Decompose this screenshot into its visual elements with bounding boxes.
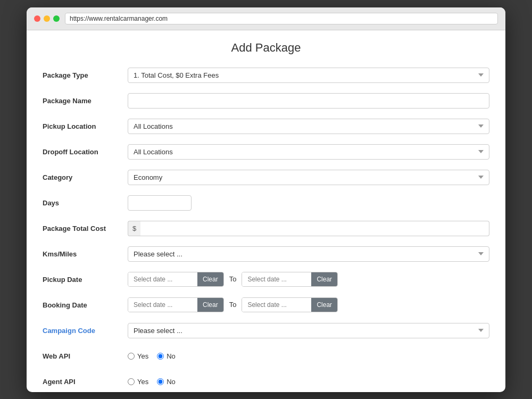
pickup-location-control: All Locations <box>128 119 489 134</box>
agent-api-no-option[interactable]: No <box>157 378 176 386</box>
traffic-lights <box>34 15 60 22</box>
pickup-date-control: Clear To Clear <box>128 272 489 287</box>
web-api-radio-group: Yes No <box>128 348 489 360</box>
kms-miles-control: Please select ... Kms Miles <box>128 246 489 262</box>
pickup-date-to-label: To <box>227 275 239 283</box>
web-api-yes-radio[interactable] <box>128 353 135 360</box>
pickup-date-to-clear-button[interactable]: Clear <box>311 272 337 286</box>
agent-api-row: Agent API Yes No <box>43 374 489 392</box>
page-title: Add Package <box>43 41 489 55</box>
web-api-no-radio[interactable] <box>157 353 164 360</box>
pickup-location-select[interactable]: All Locations <box>128 119 489 134</box>
close-button[interactable] <box>34 15 40 22</box>
agent-api-yes-radio[interactable] <box>128 378 135 385</box>
package-type-select[interactable]: 1. Total Cost, $0 Extra Fees 2. Base Rat… <box>128 68 489 83</box>
booking-date-from-clear-button[interactable]: Clear <box>197 298 223 312</box>
booking-date-control: Clear To Clear <box>128 297 489 312</box>
days-label: Days <box>43 195 128 207</box>
package-total-cost-row: Package Total Cost $ <box>43 221 489 239</box>
minimize-button[interactable] <box>44 15 50 22</box>
package-type-row: Package Type 1. Total Cost, $0 Extra Fee… <box>43 68 489 86</box>
days-control <box>128 195 489 211</box>
package-name-row: Package Name <box>43 93 489 111</box>
pickup-location-row: Pickup Location All Locations <box>43 119 489 137</box>
dropoff-location-control: All Locations <box>128 144 489 160</box>
pickup-date-from-clear-button[interactable]: Clear <box>197 272 223 286</box>
booking-date-row: Booking Date Clear To Clear <box>43 297 489 315</box>
maximize-button[interactable] <box>53 15 60 22</box>
pickup-date-row: Pickup Date Clear To Clear <box>43 272 489 290</box>
pickup-date-from-input[interactable] <box>128 272 197 286</box>
booking-date-from-input[interactable] <box>128 298 197 312</box>
web-api-control: Yes No <box>128 348 489 360</box>
campaign-code-label: Campaign Code <box>43 323 128 335</box>
campaign-code-select[interactable]: Please select ... <box>128 323 489 338</box>
kms-miles-label: Kms/Miles <box>43 246 128 258</box>
pickup-date-to-group: Clear <box>242 272 338 287</box>
web-api-label: Web API <box>43 348 128 360</box>
pickup-date-to-input[interactable] <box>242 272 311 286</box>
booking-date-range: Clear To Clear <box>128 297 489 312</box>
booking-date-label: Booking Date <box>43 297 128 309</box>
agent-api-yes-label: Yes <box>137 378 148 386</box>
package-total-cost-label: Package Total Cost <box>43 221 128 232</box>
category-row: Category Economy Compact Midsize Full Si… <box>43 170 489 188</box>
category-label: Category <box>43 170 128 181</box>
days-row: Days <box>43 195 489 213</box>
browser-window: https://www.rentalcarmanager.com Add Pac… <box>27 7 505 392</box>
agent-api-no-label: No <box>167 378 176 386</box>
address-bar[interactable]: https://www.rentalcarmanager.com <box>65 13 498 24</box>
web-api-no-option[interactable]: No <box>157 352 176 360</box>
browser-toolbar: https://www.rentalcarmanager.com <box>27 7 505 30</box>
package-type-control: 1. Total Cost, $0 Extra Fees 2. Base Rat… <box>128 68 489 83</box>
web-api-no-label: No <box>167 352 176 360</box>
campaign-code-row: Campaign Code Please select ... <box>43 323 489 341</box>
category-control: Economy Compact Midsize Full Size SUV Va… <box>128 170 489 185</box>
pickup-date-range: Clear To Clear <box>128 272 489 287</box>
pickup-date-label: Pickup Date <box>43 272 128 284</box>
category-select[interactable]: Economy Compact Midsize Full Size SUV Va… <box>128 170 489 185</box>
package-name-control <box>128 93 489 109</box>
kms-miles-select[interactable]: Please select ... Kms Miles <box>128 246 489 262</box>
dropoff-location-row: Dropoff Location All Locations <box>43 144 489 162</box>
agent-api-control: Yes No <box>128 374 489 386</box>
agent-api-radio-group: Yes No <box>128 374 489 386</box>
dropoff-location-label: Dropoff Location <box>43 144 128 156</box>
package-total-cost-input[interactable] <box>140 221 489 236</box>
package-name-input[interactable] <box>128 93 489 109</box>
web-api-yes-option[interactable]: Yes <box>128 352 148 360</box>
page-content: Add Package Package Type 1. Total Cost, … <box>27 30 505 392</box>
agent-api-label: Agent API <box>43 374 128 386</box>
booking-date-to-input[interactable] <box>242 298 311 312</box>
cost-prefix: $ <box>128 221 140 236</box>
booking-date-to-group: Clear <box>242 297 338 312</box>
campaign-code-control: Please select ... <box>128 323 489 338</box>
kms-miles-row: Kms/Miles Please select ... Kms Miles <box>43 246 489 264</box>
package-name-label: Package Name <box>43 93 128 105</box>
booking-date-to-clear-button[interactable]: Clear <box>311 298 337 312</box>
dropoff-location-select[interactable]: All Locations <box>128 144 489 160</box>
web-api-yes-label: Yes <box>137 352 148 360</box>
booking-date-to-label: To <box>227 301 239 309</box>
days-input[interactable] <box>128 195 192 211</box>
package-type-label: Package Type <box>43 68 128 79</box>
pickup-date-from-group: Clear <box>128 272 224 287</box>
package-total-cost-control: $ <box>128 221 489 236</box>
web-api-row: Web API Yes No <box>43 348 489 367</box>
agent-api-yes-option[interactable]: Yes <box>128 378 148 386</box>
booking-date-from-group: Clear <box>128 297 224 312</box>
cost-input-wrap: $ <box>128 221 489 236</box>
pickup-location-label: Pickup Location <box>43 119 128 130</box>
agent-api-no-radio[interactable] <box>157 378 164 385</box>
